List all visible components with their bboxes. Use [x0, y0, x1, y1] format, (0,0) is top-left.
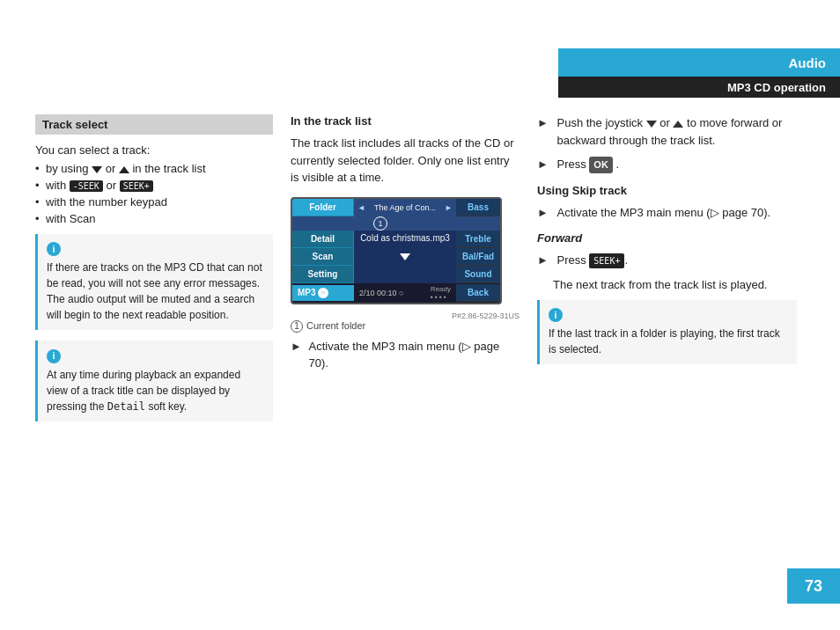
header-mp3-bar: MP3 CD operation — [558, 77, 840, 98]
skip-section-title: Using Skip track — [537, 184, 797, 197]
folder-title-text: The Age of Con... — [374, 203, 436, 212]
screen-row-4: Setting Sound — [292, 266, 500, 283]
mp3-label: MP3 — [298, 288, 316, 297]
header-mp3-label: MP3 CD operation — [727, 81, 826, 94]
info-icon-right: i — [549, 308, 563, 322]
folder-btn: Folder — [292, 199, 354, 216]
circle-badge-1: 1 — [373, 216, 387, 231]
mid-paragraph: The track list includes all tracks of th… — [291, 135, 519, 187]
status-bar: 2/10 00:10 ○ Ready▪ ▪ ▪ ▪ — [354, 283, 456, 303]
right-column: ► Push the joystick or to move forward o… — [537, 114, 797, 364]
forward-section-title: Forward — [537, 231, 797, 245]
screen-row-5: MP3 ○ 2/10 00:10 ○ Ready▪ ▪ ▪ ▪ Back — [292, 283, 500, 303]
seek-plus-btn: SEEK+ — [120, 180, 153, 192]
push-joystick-text: Push the joystick or to move forward or … — [556, 114, 797, 149]
info-box-2: i At any time during playback an expande… — [35, 341, 273, 421]
mp3-label-area: MP3 ○ — [292, 285, 354, 301]
circle-1: 1 — [354, 216, 407, 231]
p-caption: P#2.86-5229-31US — [291, 311, 519, 320]
caption-circle: 1 — [291, 320, 303, 333]
ready-label: Ready▪ ▪ ▪ ▪ — [431, 285, 451, 301]
info-box-right: i If the last track in a folder is playi… — [537, 300, 797, 364]
press-ok-step: ► Press OK . — [537, 156, 797, 173]
joystick-down-icon — [646, 121, 657, 128]
screen-row-1: Folder ◄ The Age of Con... ► Bass — [292, 199, 500, 216]
mp3-disc-icon: ○ — [318, 288, 328, 298]
left-column: Track select You can select a track: by … — [35, 114, 273, 432]
joystick-up-icon — [673, 121, 683, 128]
screen-row-3: Scan Bal/Fad — [292, 248, 500, 266]
arrow-down-icon — [92, 166, 102, 173]
page-number-box: 73 — [787, 568, 840, 604]
list-item: by using or in the track list — [35, 162, 273, 175]
ok-arrow-icon: ► — [537, 156, 551, 173]
skip-step-text: Activate the MP3 main menu (▷ page 70). — [556, 204, 770, 222]
screen-arrow-down-icon — [400, 253, 410, 260]
info-box-1: i If there are tracks on the MP3 CD that… — [35, 234, 273, 330]
screen-empty-area — [354, 266, 456, 283]
bass-btn: Bass — [456, 199, 500, 216]
skip-arrow-icon: ► — [537, 204, 551, 222]
info-icon-2: i — [47, 349, 61, 363]
screen-arrow-area — [354, 248, 456, 266]
forward-step-text: Press SEEK+. — [556, 252, 628, 269]
caption-text: Current folder — [306, 320, 365, 331]
info-box-2-text: At any time during playback an expanded … — [47, 367, 264, 414]
push-joystick-step: ► Push the joystick or to move forward o… — [537, 114, 797, 149]
forward-arrow-icon: ► — [537, 252, 551, 269]
screen-row-2: Detail Cold as christmas.mp3 Treble — [292, 231, 500, 248]
folder-title-area: ◄ The Age of Con... ► — [354, 199, 456, 216]
step-arrow-icon: ► — [291, 338, 305, 355]
header-audio-label: Audio — [789, 55, 827, 70]
skip-step: ► Activate the MP3 main menu (▷ page 70)… — [537, 204, 797, 222]
back-btn: Back — [456, 284, 500, 302]
header-audio-bar: Audio — [558, 48, 840, 77]
mid-column: In the track list The track list include… — [291, 114, 519, 377]
seekplus-button: SEEK+ — [589, 253, 624, 268]
info-box-right-text: If the last track in a folder is playing… — [549, 326, 788, 357]
ok-button: OK — [589, 157, 613, 173]
seek-minus-btn: -SEEK — [70, 180, 103, 192]
page-number-text: 73 — [805, 577, 822, 596]
bullet-list: by using or in the track list with -SEEK… — [35, 162, 273, 225]
balfad-btn: Bal/Fad — [456, 248, 500, 266]
press-ok-text: Press OK . — [556, 156, 619, 173]
cd-screen: Folder ◄ The Age of Con... ► Bass 1 Deta… — [291, 197, 502, 304]
info-icon-1: i — [47, 242, 61, 256]
intro-text: You can select a track: — [35, 143, 273, 157]
setting-btn: Setting — [292, 266, 354, 283]
forward-desc: The next track from the track list is pl… — [553, 276, 797, 294]
scan-btn: Scan — [292, 248, 354, 266]
forward-step: ► Press SEEK+. — [537, 252, 797, 269]
circle-indicator-row: 1 — [292, 216, 500, 231]
sound-btn: Sound — [456, 266, 500, 283]
detail-btn: Detail — [292, 231, 354, 248]
track-progress: 2/10 00:10 ○ — [359, 289, 403, 297]
current-folder-caption: 1 Current folder — [291, 320, 519, 333]
track-name-display: Cold as christmas.mp3 — [354, 231, 456, 248]
list-item: with the number keypad — [35, 195, 273, 209]
list-item: with Scan — [35, 212, 273, 225]
arrow-up-icon — [119, 166, 129, 173]
track-select-header: Track select — [35, 114, 273, 135]
activate-step: ► Activate the MP3 main menu (▷ page 70)… — [291, 338, 519, 372]
activate-step-text: Activate the MP3 main menu (▷ page 70). — [308, 338, 519, 372]
info-box-1-text: If there are tracks on the MP3 CD that c… — [47, 260, 264, 323]
mid-section-title: In the track list — [291, 114, 519, 128]
treble-btn: Treble — [456, 231, 500, 248]
list-item: with -SEEK or SEEK+ — [35, 179, 273, 192]
push-arrow-icon: ► — [537, 114, 551, 132]
